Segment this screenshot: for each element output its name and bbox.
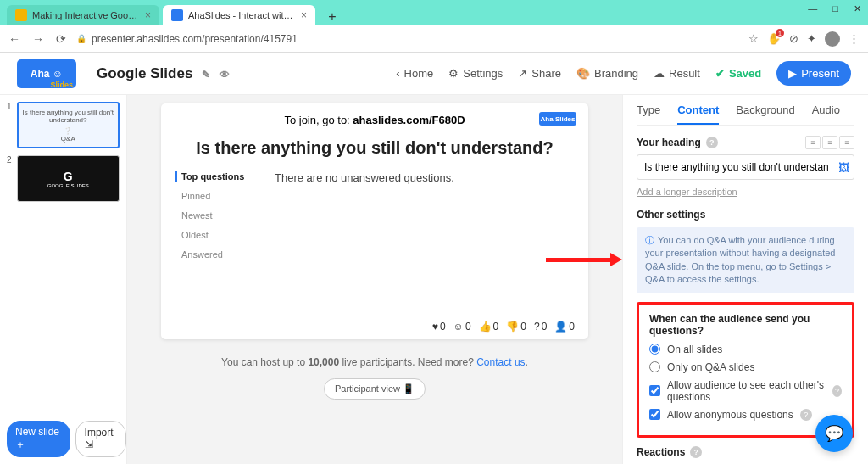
tab-title: AhaSlides - Interact with your au — [188, 10, 296, 20]
check-icon: ✔ — [715, 67, 725, 80]
extensions-icon[interactable]: ✦ — [807, 32, 816, 45]
close-icon[interactable]: × — [301, 9, 307, 21]
edit-icon[interactable]: ✎ — [202, 69, 210, 81]
heading-input[interactable] — [637, 154, 854, 180]
share-link[interactable]: ↗Share — [518, 67, 561, 80]
result-link[interactable]: ☁Result — [654, 67, 700, 80]
profile-avatar[interactable] — [825, 31, 840, 47]
app-header: Aha ☺ Google Slides ✎ 👁 ‹Home ⚙Settings … — [0, 53, 868, 95]
thumb-number: 1 — [7, 102, 12, 148]
close-window-icon[interactable]: ✕ — [854, 3, 861, 14]
chat-fab[interactable]: 💬 — [815, 415, 853, 452]
stat-thumbsdown: 👎0 — [506, 321, 526, 333]
branding-link[interactable]: 🎨Branding — [576, 67, 638, 80]
slide-stats: ♥0 ☺0 👍0 👎0 ?0 👤0 — [175, 321, 575, 333]
tab-content[interactable]: Content — [677, 103, 719, 125]
back-icon[interactable]: ← — [8, 32, 20, 46]
doc-title[interactable]: Google Slides ✎ 👁 — [97, 65, 230, 82]
home-link[interactable]: ‹Home — [396, 67, 433, 80]
ahaslides-badge: Aha Slides — [539, 112, 576, 126]
palette-icon: 🎨 — [576, 67, 590, 80]
tab-background[interactable]: Background — [736, 103, 794, 125]
forward-icon[interactable]: → — [32, 32, 44, 46]
heading-label: Your heading ? ≡ ≡ ≡ — [637, 136, 854, 149]
stat-question: ?0 — [534, 321, 547, 333]
thumb-sub: GOOGLE SLIDES — [47, 183, 89, 188]
saved-status: ✔Saved — [715, 67, 761, 80]
thumb-title: G — [64, 170, 73, 183]
host-info: You can host up to 10,000 live participa… — [221, 356, 528, 368]
stat-thumbsup: 👍0 — [479, 321, 499, 333]
add-description-link[interactable]: Add a longer description — [637, 187, 737, 197]
empty-message: There are no unanswered questions. — [275, 171, 454, 316]
thumbnail[interactable]: 2 G GOOGLE SLIDES — [7, 155, 120, 202]
join-instructions: To join, go to: ahaslides.com/F680D — [175, 114, 575, 126]
contact-link[interactable]: Contact us — [476, 356, 525, 368]
tab-type[interactable]: Type — [637, 103, 660, 125]
browser-tab-strip: Making Interactive Google Slides × AhaSl… — [0, 0, 868, 25]
filter-newest[interactable]: Newest — [175, 210, 259, 221]
when-label: When can the audience send you questions… — [649, 313, 842, 337]
adblock-icon[interactable]: ✋ — [767, 32, 781, 45]
align-center-icon[interactable]: ≡ — [822, 136, 837, 149]
help-icon[interactable]: ? — [690, 446, 702, 458]
header-menu: ‹Home ⚙Settings ↗Share 🎨Branding ☁Result… — [396, 61, 851, 86]
cloud-icon: ☁ — [654, 67, 665, 80]
participant-view-button[interactable]: Participant view 📱 — [324, 378, 426, 400]
align-left-icon[interactable]: ≡ — [805, 136, 821, 149]
slide-thumbnails: 1 Is there anything you still don't unde… — [0, 95, 127, 464]
maximize-icon[interactable]: □ — [832, 3, 838, 14]
info-icon: ⓘ — [645, 235, 654, 245]
gear-icon: ⚙ — [448, 67, 459, 80]
visibility-icon[interactable]: 👁 — [220, 69, 230, 81]
properties-panel: Type Content Background Audio Your headi… — [622, 95, 868, 464]
browser-tab-active[interactable]: AhaSlides - Interact with your au × — [163, 5, 315, 25]
panel-tabs: Type Content Background Audio — [637, 103, 854, 126]
image-icon[interactable]: 🖼 — [838, 161, 849, 174]
lock-icon: 🔒 — [76, 34, 86, 43]
reload-icon[interactable]: ⟳ — [56, 32, 66, 46]
settings-link[interactable]: ⚙Settings — [448, 67, 503, 80]
thumbnail[interactable]: 1 Is there anything you still don't unde… — [7, 102, 120, 148]
help-icon[interactable]: ? — [800, 409, 812, 421]
address-bar: ← → ⟳ 🔒 presenter.ahaslides.com/presenta… — [0, 25, 868, 53]
question-filters: Top questions Pinned Newest Oldest Answe… — [175, 171, 259, 316]
thumb-sub: Q&A — [61, 135, 75, 143]
menu-icon[interactable]: ⋮ — [849, 32, 860, 45]
doc-title-text: Google Slides — [97, 65, 192, 81]
chevron-left-icon: ‹ — [396, 67, 399, 80]
opt-qa-slides[interactable]: Only on Q&A slides — [649, 361, 842, 373]
help-icon[interactable]: ? — [832, 385, 842, 397]
stat-smile: ☺0 — [453, 321, 471, 333]
block-icon[interactable]: ⊘ — [789, 32, 798, 45]
stat-people: 👤0 — [554, 321, 575, 333]
tab-audio[interactable]: Audio — [812, 103, 840, 125]
filter-pinned[interactable]: Pinned — [175, 191, 259, 201]
import-button[interactable]: Import ⇲ — [75, 421, 126, 457]
thumb-number: 2 — [7, 155, 12, 202]
new-slide-button[interactable]: New slide ＋ — [7, 421, 70, 457]
present-button[interactable]: ▶Present — [776, 61, 851, 86]
filter-top[interactable]: Top questions — [175, 171, 259, 182]
slide-preview: Aha Slides To join, go to: ahaslides.com… — [161, 103, 588, 339]
opt-all-slides[interactable]: On all slides — [649, 344, 842, 355]
annotation-arrow — [546, 254, 622, 266]
minimize-icon[interactable]: — — [808, 3, 817, 14]
bookmark-icon[interactable]: ☆ — [748, 32, 759, 45]
favicon-icon — [15, 9, 27, 21]
url-field[interactable]: 🔒 presenter.ahaslides.com/presentation/4… — [76, 33, 738, 45]
stat-heart: ♥0 — [432, 321, 446, 333]
url-text: presenter.ahaslides.com/presentation/415… — [92, 33, 298, 45]
chk-see-questions[interactable]: Allow audience to see each other's quest… — [649, 379, 842, 403]
help-icon[interactable]: ? — [706, 137, 718, 148]
filter-answered[interactable]: Answered — [175, 249, 259, 260]
chk-anonymous[interactable]: Allow anonymous questions ? — [649, 409, 842, 421]
tab-title: Making Interactive Google Slides — [32, 10, 140, 20]
new-tab-button[interactable]: + — [324, 8, 341, 25]
close-icon[interactable]: × — [145, 9, 151, 21]
filter-oldest[interactable]: Oldest — [175, 230, 259, 240]
browser-tab[interactable]: Making Interactive Google Slides × — [7, 5, 159, 25]
ahaslides-logo[interactable]: Aha ☺ — [17, 59, 76, 88]
align-right-icon[interactable]: ≡ — [839, 136, 854, 149]
slide-heading: Is there anything you still don't unders… — [175, 138, 575, 158]
